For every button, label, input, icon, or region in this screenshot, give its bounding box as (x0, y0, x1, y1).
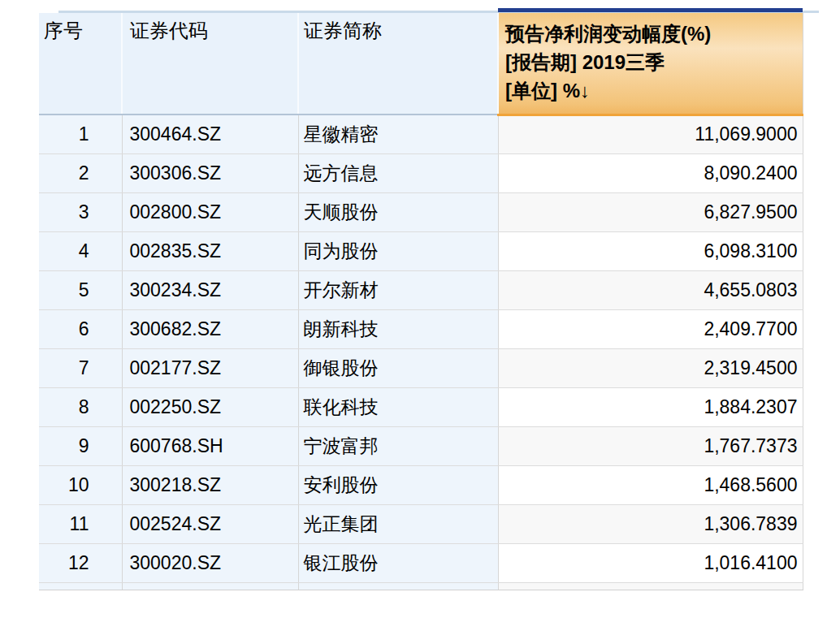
row-index-cell[interactable]: 10 (39, 465, 122, 504)
securities-table: 序号 证券代码 证券简称 预告净利润变动幅度(%) [报告期] 2019三季 [… (39, 13, 803, 590)
security-code-cell[interactable]: 600768.SH (122, 426, 298, 465)
table-row: 6 300682.SZ 朗新科技 2,409.7700 (39, 309, 803, 348)
security-code-cell[interactable]: 300020.SZ (122, 543, 298, 582)
table-row: 10 300218.SZ 安利股份 1,468.5600 (39, 465, 803, 504)
results-grid: 序号 证券代码 证券简称 预告净利润变动幅度(%) [报告期] 2019三季 [… (39, 13, 803, 590)
row-index-cell[interactable]: 12 (39, 543, 122, 582)
security-name-cell[interactable]: 联化科技 (298, 387, 498, 426)
security-code-cell[interactable]: 300682.SZ (122, 309, 298, 348)
security-code-cell[interactable]: 002835.SZ (122, 231, 298, 270)
row-index-cell[interactable]: 6 (39, 309, 122, 348)
metric-value-cell[interactable] (498, 582, 803, 590)
security-code-cell[interactable]: 300306.SZ (122, 153, 298, 192)
security-name-cell[interactable]: 天顺股份 (298, 192, 498, 231)
column-header-security-name[interactable]: 证券简称 (298, 13, 498, 115)
metric-header-line1: 预告净利润变动幅度(%) (505, 19, 803, 48)
metric-header-unit: [单位] % (505, 80, 580, 102)
row-index-cell[interactable]: 5 (39, 270, 122, 309)
column-header-security-code[interactable]: 证券代码 (122, 13, 298, 115)
row-index-cell[interactable]: 4 (39, 231, 122, 270)
row-index-cell[interactable]: 3 (39, 192, 122, 231)
security-name-cell[interactable]: 光正集团 (298, 504, 498, 543)
metric-value-cell[interactable]: 1,884.2307 (498, 387, 803, 426)
security-code-cell[interactable]: 002524.SZ (122, 504, 298, 543)
security-code-cell[interactable] (122, 582, 298, 590)
row-index-cell[interactable]: 8 (39, 387, 122, 426)
security-code-cell[interactable]: 300234.SZ (122, 270, 298, 309)
metric-value-cell[interactable]: 11,069.9000 (498, 115, 803, 153)
table-row: 2 300306.SZ 远方信息 8,090.2400 (39, 153, 803, 192)
table-row: 12 300020.SZ 银江股份 1,016.4100 (39, 543, 803, 582)
sorted-column-highlight-bar (498, 8, 803, 12)
security-name-cell[interactable]: 安利股份 (298, 465, 498, 504)
security-name-cell[interactable]: 朗新科技 (298, 309, 498, 348)
security-code-cell[interactable]: 002800.SZ (122, 192, 298, 231)
row-index-cell[interactable] (39, 582, 122, 590)
metric-value-cell[interactable]: 1,016.4100 (498, 543, 803, 582)
screener-window: 序号 证券代码 证券简称 预告净利润变动幅度(%) [报告期] 2019三季 [… (0, 0, 840, 618)
security-name-cell[interactable]: 星徽精密 (298, 115, 498, 153)
row-index-cell[interactable]: 1 (39, 115, 122, 153)
metric-header-line2: [报告期] 2019三季 (505, 48, 803, 76)
table-body: 1 300464.SZ 星徽精密 11,069.9000 2 300306.SZ… (39, 115, 803, 590)
metric-value-cell[interactable]: 1,767.7373 (498, 426, 803, 465)
table-row: 9 600768.SH 宁波富邦 1,767.7373 (39, 426, 803, 465)
header-row: 序号 证券代码 证券简称 预告净利润变动幅度(%) [报告期] 2019三季 [… (39, 13, 803, 115)
sort-descending-icon[interactable]: ↓ (580, 80, 590, 102)
row-index-cell[interactable]: 7 (39, 348, 122, 387)
column-header-metric-sorted[interactable]: 预告净利润变动幅度(%) [报告期] 2019三季 [单位] %↓ (498, 13, 803, 115)
table-row: 1 300464.SZ 星徽精密 11,069.9000 (39, 115, 803, 153)
security-name-cell[interactable]: 御银股份 (298, 348, 498, 387)
table-row: 4 002835.SZ 同为股份 6,098.3100 (39, 231, 803, 270)
table-row: 5 300234.SZ 开尔新材 4,655.0803 (39, 270, 803, 309)
row-index-cell[interactable]: 11 (39, 504, 122, 543)
column-header-index[interactable]: 序号 (39, 13, 122, 115)
partial-clipped-row (39, 582, 803, 590)
security-name-cell[interactable]: 宁波富邦 (298, 426, 498, 465)
table-row: 11 002524.SZ 光正集团 1,306.7839 (39, 504, 803, 543)
security-name-cell[interactable]: 远方信息 (298, 153, 498, 192)
table-row: 7 002177.SZ 御银股份 2,319.4500 (39, 348, 803, 387)
security-code-cell[interactable]: 002250.SZ (122, 387, 298, 426)
metric-value-cell[interactable]: 8,090.2400 (498, 153, 803, 192)
metric-value-cell[interactable]: 1,306.7839 (498, 504, 803, 543)
security-name-cell[interactable]: 银江股份 (298, 543, 498, 582)
metric-value-cell[interactable]: 6,827.9500 (498, 192, 803, 231)
security-code-cell[interactable]: 002177.SZ (122, 348, 298, 387)
row-index-cell[interactable]: 2 (39, 153, 122, 192)
security-name-cell[interactable]: 开尔新材 (298, 270, 498, 309)
metric-value-cell[interactable]: 2,409.7700 (498, 309, 803, 348)
metric-value-cell[interactable]: 1,468.5600 (498, 465, 803, 504)
table-row: 3 002800.SZ 天顺股份 6,827.9500 (39, 192, 803, 231)
metric-value-cell[interactable]: 4,655.0803 (498, 270, 803, 309)
metric-value-cell[interactable]: 2,319.4500 (498, 348, 803, 387)
security-name-cell[interactable]: 同为股份 (298, 231, 498, 270)
security-name-cell[interactable] (298, 582, 498, 590)
table-header: 序号 证券代码 证券简称 预告净利润变动幅度(%) [报告期] 2019三季 [… (39, 13, 803, 115)
table-row: 8 002250.SZ 联化科技 1,884.2307 (39, 387, 803, 426)
row-index-cell[interactable]: 9 (39, 426, 122, 465)
metric-header-line3: [单位] %↓ (505, 76, 803, 105)
security-code-cell[interactable]: 300464.SZ (122, 115, 298, 153)
metric-value-cell[interactable]: 6,098.3100 (498, 231, 803, 270)
security-code-cell[interactable]: 300218.SZ (122, 465, 298, 504)
